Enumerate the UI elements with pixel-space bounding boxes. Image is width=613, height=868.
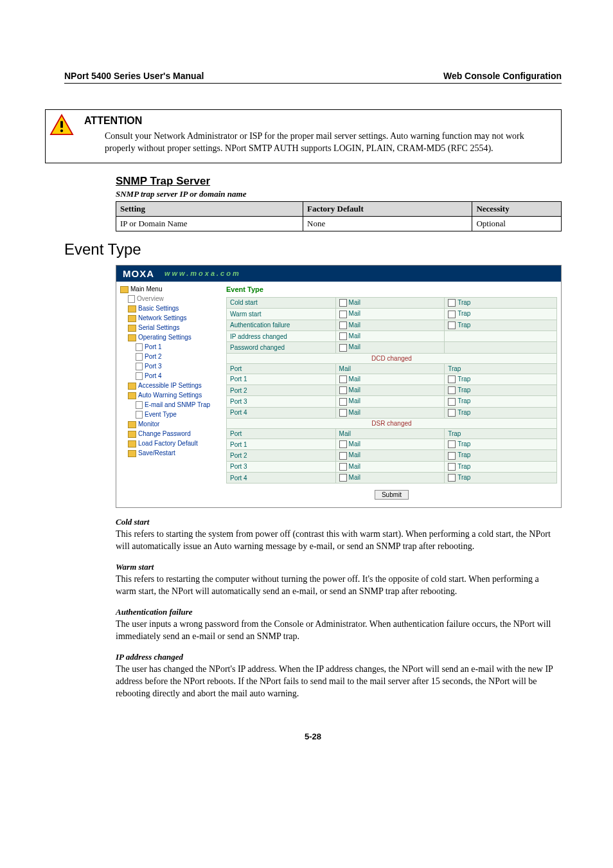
checkbox[interactable]: [339, 299, 347, 307]
event-name: Cold start: [230, 299, 258, 306]
tree-item[interactable]: E-mail and SNMP Trap: [120, 400, 220, 410]
trap-col: Trap: [445, 429, 557, 439]
attention-box: ATTENTION Consult your Network Administr…: [45, 109, 562, 163]
ip-head: IP address changed: [116, 652, 562, 662]
row-setting: IP or Domain Name: [116, 216, 303, 231]
tree-item[interactable]: Serial Settings: [120, 323, 220, 332]
checkbox[interactable]: [448, 452, 456, 460]
snmp-table: Setting Factory Default Necessity IP or …: [116, 201, 562, 231]
port-name: Port 1: [230, 375, 247, 383]
snmp-heading: SNMP Trap Server: [116, 175, 562, 188]
tree-item[interactable]: Auto Warning Settings: [120, 390, 220, 400]
tree-item[interactable]: Port 4: [120, 371, 220, 381]
checkbox[interactable]: [448, 321, 456, 329]
port-name: Port 1: [230, 441, 247, 448]
page-header: NPort 5400 Series User's Manual Web Cons…: [64, 71, 562, 84]
mail-col: Mail: [335, 363, 445, 374]
tree-item[interactable]: Port 3: [120, 361, 220, 371]
checkbox[interactable]: [448, 398, 456, 406]
checkbox[interactable]: [448, 440, 456, 448]
row-default: None: [303, 216, 472, 231]
section-header: DCD changed: [227, 353, 557, 363]
checkbox[interactable]: [448, 311, 456, 318]
tree-item[interactable]: Operating Settings: [120, 332, 220, 342]
checkbox[interactable]: [339, 452, 347, 460]
event-name: Warm start: [230, 311, 262, 318]
tree-item[interactable]: Change Password: [120, 429, 220, 439]
checkbox[interactable]: [448, 386, 456, 394]
web-console-screenshot: MOXA www.moxa.com Main MenuOverviewBasic…: [116, 265, 562, 509]
port-col: Port: [227, 429, 336, 439]
content-pane: Event Type Cold startMailTrapWarm startM…: [222, 282, 561, 508]
warm-head: Warm start: [116, 562, 562, 572]
svg-rect-1: [60, 121, 63, 127]
checkbox[interactable]: [339, 344, 347, 352]
port-name: Port 3: [230, 398, 247, 405]
checkbox[interactable]: [448, 299, 456, 307]
port-col: Port: [227, 363, 336, 374]
event-table: Cold startMailTrapWarm startMailTrapAuth…: [226, 297, 557, 484]
checkbox[interactable]: [448, 463, 456, 471]
section-header: DSR changed: [227, 419, 557, 429]
checkbox[interactable]: [339, 398, 347, 406]
tree-item[interactable]: Load Factory Default: [120, 439, 220, 448]
tree-item[interactable]: Monitor: [120, 419, 220, 429]
page-number: 5-28: [64, 732, 562, 741]
col-default: Factory Default: [303, 201, 472, 216]
port-name: Port 2: [230, 452, 247, 459]
tree-item[interactable]: Port 2: [120, 352, 220, 361]
svg-point-2: [60, 129, 63, 132]
pane-title: Event Type: [226, 285, 557, 293]
trap-col: Trap: [445, 363, 557, 374]
nav-tree: Main MenuOverviewBasic SettingsNetwork S…: [116, 282, 222, 508]
auth-head: Authentication failure: [116, 607, 562, 617]
header-left: NPort 5400 Series User's Manual: [64, 71, 204, 81]
tree-item: Overview: [120, 294, 220, 303]
checkbox[interactable]: [339, 463, 347, 471]
col-necessity: Necessity: [472, 201, 562, 216]
checkbox[interactable]: [339, 332, 347, 340]
tree-item[interactable]: Port 1: [120, 342, 220, 352]
port-name: Port 4: [230, 475, 247, 482]
checkbox[interactable]: [339, 474, 347, 482]
warning-icon: [49, 114, 74, 136]
moxa-url: www.moxa.com: [164, 269, 241, 277]
checkbox[interactable]: [339, 386, 347, 394]
warm-para: This refers to restarting the computer w…: [116, 574, 562, 598]
port-name: Port 3: [230, 463, 247, 470]
event-type-heading: Event Type: [64, 240, 562, 258]
tree-item[interactable]: Save/Restart: [120, 448, 220, 458]
header-right: Web Console Configuration: [443, 71, 562, 81]
moxa-logo: MOXA: [123, 268, 154, 279]
auth-para: The user inputs a wrong password from th…: [116, 619, 562, 643]
event-name: Password changed: [230, 344, 285, 351]
mail-col: Mail: [335, 429, 445, 439]
tree-item[interactable]: Basic Settings: [120, 303, 220, 313]
row-necessity: Optional: [472, 216, 562, 231]
checkbox[interactable]: [339, 409, 347, 417]
checkbox[interactable]: [448, 375, 456, 383]
col-setting: Setting: [116, 201, 303, 216]
port-name: Port 4: [230, 409, 247, 416]
attention-title: ATTENTION: [84, 115, 553, 127]
cold-head: Cold start: [116, 517, 562, 527]
checkbox[interactable]: [448, 409, 456, 417]
tree-item: Main Menu: [120, 284, 220, 294]
checkbox[interactable]: [448, 474, 456, 482]
checkbox[interactable]: [339, 440, 347, 448]
checkbox[interactable]: [339, 321, 347, 329]
ip-para: The user has changed the NPort's IP addr…: [116, 664, 562, 700]
attention-body: Consult your Network Administrator or IS…: [105, 131, 553, 155]
cold-para: This refers to starting the system from …: [116, 529, 562, 553]
event-name: Authentication failure: [230, 321, 290, 329]
tree-item[interactable]: Event Type: [120, 410, 220, 419]
snmp-sub: SNMP trap server IP or domain name: [116, 189, 562, 199]
tree-item[interactable]: Network Settings: [120, 313, 220, 323]
port-name: Port 2: [230, 387, 247, 394]
tree-item[interactable]: Accessible IP Settings: [120, 381, 220, 390]
submit-button[interactable]: Submit: [375, 490, 409, 500]
console-header: MOXA www.moxa.com: [116, 266, 561, 282]
checkbox[interactable]: [339, 375, 347, 383]
event-name: IP address changed: [230, 333, 287, 340]
checkbox[interactable]: [339, 311, 347, 318]
